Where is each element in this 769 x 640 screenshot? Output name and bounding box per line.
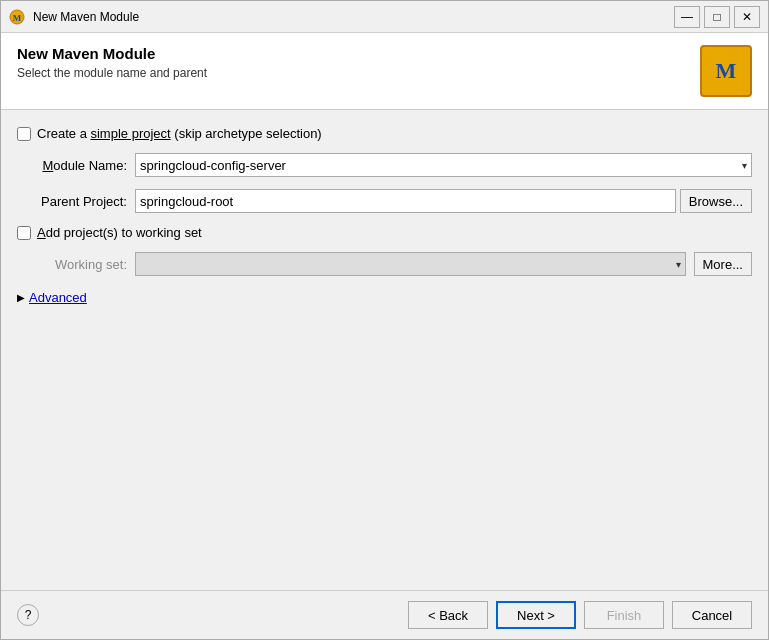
parent-project-input-wrapper: Browse... [135, 189, 752, 213]
svg-text:M: M [13, 13, 22, 23]
help-button[interactable]: ? [17, 604, 39, 626]
working-set-label: Working set: [17, 257, 127, 272]
parent-project-row: Parent Project: Browse... [17, 189, 752, 213]
footer-left: ? [17, 604, 39, 626]
advanced-label[interactable]: Advanced [29, 290, 87, 305]
module-name-row: Module Name: springcloud-config-server ▾ [17, 153, 752, 177]
next-button[interactable]: Next > [496, 601, 576, 629]
back-button[interactable]: < Back [408, 601, 488, 629]
header-section: New Maven Module Select the module name … [1, 33, 768, 110]
simple-link: simple project [90, 126, 170, 141]
finish-button[interactable]: Finish [584, 601, 664, 629]
working-set-row: Working set: ▾ More... [17, 252, 752, 276]
working-set-checkbox-label[interactable]: Add project(s) to working set [37, 225, 202, 240]
module-name-dropdown[interactable]: springcloud-config-server ▾ [135, 153, 752, 177]
cancel-button[interactable]: Cancel [672, 601, 752, 629]
content: Create a simple project (skip archetype … [1, 110, 768, 590]
title-bar: M New Maven Module — □ ✕ [1, 1, 768, 33]
module-name-label: Module Name: [17, 158, 127, 173]
close-button[interactable]: ✕ [734, 6, 760, 28]
maven-icon: M [700, 45, 752, 97]
footer-right: < Back Next > Finish Cancel [408, 601, 752, 629]
title-bar-title: New Maven Module [33, 10, 666, 24]
spacer [17, 319, 752, 574]
dialog: M New Maven Module — □ ✕ New Maven Modul… [0, 0, 769, 640]
simple-project-label[interactable]: Create a simple project (skip archetype … [37, 126, 322, 141]
minimize-button[interactable]: — [674, 6, 700, 28]
dropdown-arrow-icon: ▾ [742, 160, 747, 171]
parent-project-input[interactable] [135, 189, 676, 213]
working-set-checkbox[interactable] [17, 226, 31, 240]
module-name-input-wrapper: springcloud-config-server ▾ [135, 153, 752, 177]
title-bar-controls: — □ ✕ [674, 6, 760, 28]
header-title: New Maven Module [17, 45, 207, 62]
parent-project-label: Parent Project: [17, 194, 127, 209]
advanced-row[interactable]: ▶ Advanced [17, 288, 752, 307]
module-name-value: springcloud-config-server [140, 158, 286, 173]
advanced-arrow-icon: ▶ [17, 292, 25, 303]
simple-project-checkbox[interactable] [17, 127, 31, 141]
working-set-arrow-icon: ▾ [676, 259, 681, 270]
footer: ? < Back Next > Finish Cancel [1, 591, 768, 639]
working-set-checkbox-row: Add project(s) to working set [17, 225, 752, 240]
header-subtitle: Select the module name and parent [17, 66, 207, 80]
maximize-button[interactable]: □ [704, 6, 730, 28]
working-set-input[interactable]: ▾ [135, 252, 686, 276]
simple-project-row: Create a simple project (skip archetype … [17, 126, 752, 141]
header-text: New Maven Module Select the module name … [17, 45, 207, 80]
more-button[interactable]: More... [694, 252, 752, 276]
title-bar-icon: M [9, 9, 25, 25]
browse-button[interactable]: Browse... [680, 189, 752, 213]
